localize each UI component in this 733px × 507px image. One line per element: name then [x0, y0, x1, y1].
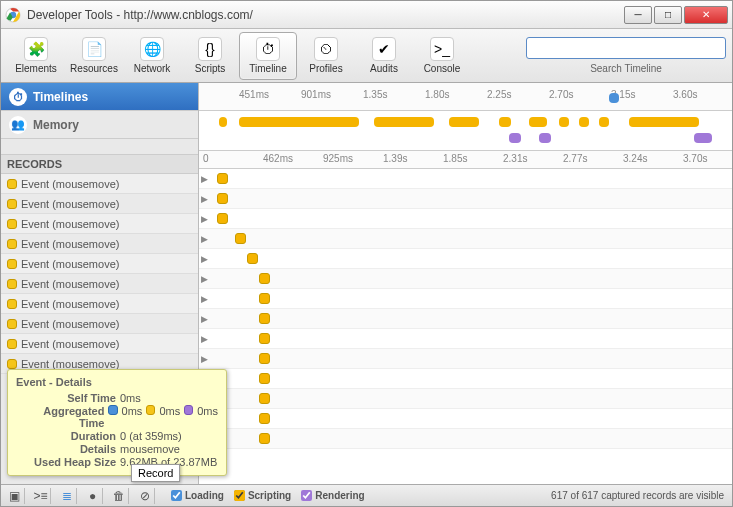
status-text: 617 of 617 captured records are visible [551, 490, 728, 501]
record-item[interactable]: Event (mousemove) [1, 294, 198, 314]
clock-icon: ⏱ [9, 88, 27, 106]
clear-icon[interactable]: 🗑 [109, 488, 129, 504]
record-item[interactable]: Event (mousemove) [1, 174, 198, 194]
event-chip[interactable] [247, 253, 258, 264]
expand-icon[interactable]: ▶ [201, 354, 208, 364]
event-chip[interactable] [217, 213, 228, 224]
legend-checkbox[interactable] [301, 490, 312, 501]
timeline-row[interactable]: ▶ [199, 349, 732, 369]
search-input[interactable] [526, 37, 726, 59]
event-chip[interactable] [259, 353, 270, 364]
tab-resources[interactable]: 📄Resources [65, 32, 123, 80]
event-chip[interactable] [217, 173, 228, 184]
minimize-button[interactable]: ─ [624, 6, 652, 24]
timeline-row[interactable]: ▶ [199, 409, 732, 429]
record-label: Event (mousemove) [21, 318, 119, 330]
ruler-tick: 462ms [263, 153, 293, 164]
record-label: Event (mousemove) [21, 178, 119, 190]
legend-checkbox[interactable] [234, 490, 245, 501]
event-chip[interactable] [217, 193, 228, 204]
record-item[interactable]: Event (mousemove) [1, 234, 198, 254]
scripting-dot [7, 359, 17, 369]
sidebar-tab-label: Memory [33, 118, 79, 132]
sidebar-tab-timelines[interactable]: ⏱ Timelines [1, 83, 198, 111]
close-button[interactable]: ✕ [684, 6, 728, 24]
timeline-row[interactable]: ▶ [199, 369, 732, 389]
timeline-row[interactable]: ▶ [199, 329, 732, 349]
sidebar-tab-label: Timelines [33, 90, 88, 104]
record-item[interactable]: Event (mousemove) [1, 214, 198, 234]
timeline-row[interactable]: ▶ [199, 189, 732, 209]
timeline-row[interactable]: ▶ [199, 209, 732, 229]
timeline-row[interactable]: ▶ [199, 169, 732, 189]
legend-scripting[interactable]: Scripting [234, 490, 291, 501]
record-item[interactable]: Event (mousemove) [1, 274, 198, 294]
timeline-row[interactable]: ▶ [199, 429, 732, 449]
record-item[interactable]: Event (mousemove) [1, 314, 198, 334]
filter-icon[interactable]: ⊘ [135, 488, 155, 504]
record-item[interactable]: Event (mousemove) [1, 334, 198, 354]
overview-lane[interactable] [199, 111, 732, 151]
scripting-dot [7, 319, 17, 329]
timeline-row[interactable]: ▶ [199, 249, 732, 269]
legend-rendering[interactable]: Rendering [301, 490, 364, 501]
event-chip[interactable] [259, 373, 270, 384]
event-chip[interactable] [259, 273, 270, 284]
event-chip[interactable] [235, 233, 246, 244]
tab-label: Timeline [249, 63, 286, 74]
sidebar-tab-memory[interactable]: 👥 Memory [1, 111, 198, 139]
scripting-dot [7, 179, 17, 189]
expand-icon[interactable]: ▶ [201, 274, 208, 284]
expand-icon[interactable]: ▶ [201, 214, 208, 224]
search-wrap: Search Timeline [526, 37, 726, 74]
record-item[interactable]: Event (mousemove) [1, 254, 198, 274]
tab-console[interactable]: >_Console [413, 32, 471, 80]
tab-label: Elements [15, 63, 57, 74]
tab-timeline[interactable]: ⏱Timeline [239, 32, 297, 80]
record-label: Event (mousemove) [21, 198, 119, 210]
event-chip[interactable] [259, 433, 270, 444]
legend-loading[interactable]: Loading [171, 490, 224, 501]
event-chip[interactable] [259, 293, 270, 304]
ruler-tick: 1.39s [383, 153, 407, 164]
rows-ruler[interactable]: 0462ms925ms1.39s1.85s2.31s2.77s3.24s3.70… [199, 151, 732, 169]
expand-icon[interactable]: ▶ [201, 234, 208, 244]
expand-icon[interactable]: ▶ [201, 334, 208, 344]
ruler-tick: 2.77s [563, 153, 587, 164]
list-icon[interactable]: ≣ [57, 488, 77, 504]
record-icon[interactable]: ● [83, 488, 103, 504]
expand-icon[interactable]: ▶ [201, 174, 208, 184]
event-chip[interactable] [259, 393, 270, 404]
tab-elements[interactable]: 🧩Elements [7, 32, 65, 80]
event-chip[interactable] [259, 413, 270, 424]
maximize-button[interactable]: □ [654, 6, 682, 24]
console-toggle-icon[interactable]: >≡ [31, 488, 51, 504]
timeline-row[interactable]: ▶ [199, 389, 732, 409]
tab-profiles[interactable]: ⏲Profiles [297, 32, 355, 80]
timeline-row[interactable]: ▶ [199, 309, 732, 329]
timeline-row[interactable]: ▶ [199, 229, 732, 249]
dock-icon[interactable]: ▣ [5, 488, 25, 504]
scripts-icon: {} [198, 37, 222, 61]
event-details-tooltip: Event - Details Self Time0ms Aggregated … [7, 369, 227, 476]
record-button-tooltip: Record [131, 464, 180, 482]
record-item[interactable]: Event (mousemove) [1, 194, 198, 214]
tab-network[interactable]: 🌐Network [123, 32, 181, 80]
legend-checkbox[interactable] [171, 490, 182, 501]
timeline-rows[interactable]: ▶▶▶▶▶▶▶▶▶▶▶▶▶▶ [199, 169, 732, 486]
elements-icon: 🧩 [24, 37, 48, 61]
expand-icon[interactable]: ▶ [201, 314, 208, 324]
event-chip[interactable] [259, 313, 270, 324]
timeline-row[interactable]: ▶ [199, 289, 732, 309]
scripting-dot [7, 259, 17, 269]
tab-scripts[interactable]: {}Scripts [181, 32, 239, 80]
expand-icon[interactable]: ▶ [201, 254, 208, 264]
timeline-row[interactable]: ▶ [199, 269, 732, 289]
tab-audits[interactable]: ✔Audits [355, 32, 413, 80]
event-chip[interactable] [259, 333, 270, 344]
expand-icon[interactable]: ▶ [201, 294, 208, 304]
expand-icon[interactable]: ▶ [201, 194, 208, 204]
overview-ruler[interactable]: 451ms901ms1.35s1.80s2.25s2.70s3.15s3.60s [199, 83, 732, 111]
scripting-dot [7, 219, 17, 229]
ruler-tick: 3.70s [683, 153, 707, 164]
